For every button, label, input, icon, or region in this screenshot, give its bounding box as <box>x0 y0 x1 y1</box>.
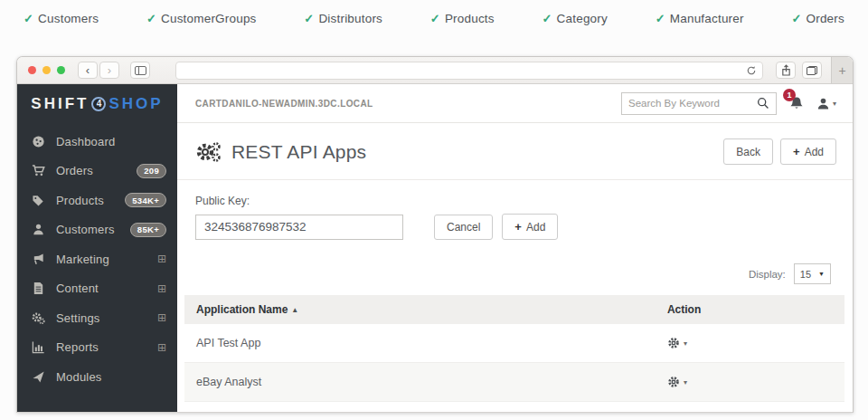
column-header-application-name[interactable]: Application Name ▲ <box>196 303 667 316</box>
cart-icon <box>31 164 46 177</box>
keyword-search-box[interactable] <box>621 92 777 115</box>
sidebar-item-dashboard[interactable]: Dashboard <box>17 127 177 157</box>
display-count-select[interactable]: 15 ▼ <box>794 263 831 284</box>
browser-back-button[interactable]: ‹ <box>78 62 98 79</box>
sidebar-item-orders[interactable]: Orders 209 <box>17 157 177 186</box>
logo-text-shop: SHOP <box>108 95 163 113</box>
service-label: Products <box>445 12 495 25</box>
check-icon: ✓ <box>656 12 665 25</box>
sidebar-item-label: Settings <box>56 311 100 325</box>
browser-forward-button[interactable]: › <box>99 62 119 79</box>
bar-chart-icon <box>31 340 46 354</box>
user-menu-button[interactable]: ▾ <box>816 97 836 110</box>
display-label: Display: <box>749 269 786 280</box>
sidebar-item-settings[interactable]: Settings ⊞ <box>17 303 177 333</box>
sidebar-item-marketing[interactable]: Marketing ⊞ <box>17 244 177 274</box>
browser-nav-buttons: ‹ › <box>78 62 119 79</box>
row-action-menu-button[interactable]: ▾ <box>667 337 833 349</box>
service-products: ✓ Products <box>430 12 495 25</box>
public-key-input[interactable] <box>195 215 403 240</box>
table-header: Application Name ▲ Action <box>184 295 844 324</box>
customers-count-badge: 85K+ <box>130 223 166 237</box>
rocket-icon <box>31 370 46 384</box>
chevron-down-icon: ▾ <box>684 339 687 348</box>
browser-share-button[interactable] <box>776 62 796 79</box>
check-icon: ✓ <box>146 12 156 25</box>
sidebar-item-label: Customers <box>56 223 115 236</box>
gears-icon <box>31 311 46 325</box>
browser-sidebar-toggle-button[interactable] <box>130 62 150 79</box>
sidebar-item-customers[interactable]: Customers 85K+ <box>17 215 177 245</box>
dashboard-icon <box>31 135 46 148</box>
person-icon <box>31 223 46 236</box>
form-add-button[interactable]: + Add <box>502 214 558 240</box>
public-key-form: Public Key: Cancel + Add <box>177 180 853 243</box>
document-icon <box>31 282 46 295</box>
chevron-down-icon: ▾ <box>684 378 687 387</box>
zoom-window-button[interactable] <box>57 66 65 74</box>
expand-icon[interactable]: ⊞ <box>157 253 166 264</box>
share-icon <box>781 64 791 76</box>
public-key-row: Cancel + Add <box>195 214 835 240</box>
logo-4-badge: 4 <box>91 97 106 111</box>
service-customers: ✓ Customers <box>24 12 99 25</box>
sidebar-item-label: Products <box>56 194 104 207</box>
sidebar-item-label: Marketing <box>56 253 109 266</box>
service-label: Category <box>557 12 608 25</box>
table-row: API Test App ▾ <box>184 324 844 363</box>
admin-top-header: CARTDANILO-NEWADMIN.3DC.LOCAL 1 <box>177 84 853 123</box>
page-title-row: REST API Apps Back + Add <box>177 123 853 180</box>
sidebar-item-content[interactable]: Content ⊞ <box>17 274 177 304</box>
sidebar-item-label: Dashboard <box>56 135 115 148</box>
orders-count-badge: 209 <box>137 164 166 178</box>
close-window-button[interactable] <box>28 66 36 74</box>
plus-icon: + <box>514 220 522 234</box>
service-manufacturer: ✓ Manufacturer <box>656 12 744 25</box>
browser-new-tab-button[interactable]: + <box>831 57 853 83</box>
notifications-button[interactable]: 1 <box>789 96 804 111</box>
browser-tabs-button[interactable] <box>802 62 822 79</box>
tags-icon <box>31 194 46 207</box>
sidebar-item-label: Modules <box>56 370 102 384</box>
column-label: Application Name <box>196 303 288 316</box>
service-label: Orders <box>807 12 844 25</box>
check-icon: ✓ <box>24 12 33 25</box>
search-icon[interactable] <box>757 97 769 110</box>
service-label: CustomerGroups <box>161 12 257 25</box>
services-status-bar: ✓ Customers ✓ CustomerGroups ✓ Distribut… <box>0 0 868 33</box>
form-add-button-label: Add <box>526 221 545 234</box>
header-actions: 1 ▾ <box>621 92 836 115</box>
reload-icon[interactable] <box>746 65 757 76</box>
expand-icon[interactable]: ⊞ <box>157 283 166 294</box>
check-icon: ✓ <box>542 12 552 25</box>
sidebar-item-products[interactable]: Products 534K+ <box>17 186 177 215</box>
browser-address-bar[interactable] <box>175 62 763 80</box>
add-button[interactable]: + Add <box>780 138 836 165</box>
expand-icon[interactable]: ⊞ <box>157 312 166 323</box>
caret-down-icon: ▼ <box>818 271 825 277</box>
notification-count-badge: 1 <box>783 89 796 101</box>
service-category: ✓ Category <box>542 12 607 25</box>
tabs-overview-icon <box>807 66 817 75</box>
service-orders: ✓ Orders <box>791 12 844 25</box>
sidebar-item-modules[interactable]: Modules <box>17 362 177 392</box>
cancel-button[interactable]: Cancel <box>434 215 493 240</box>
sidebar-item-label: Reports <box>56 340 99 354</box>
row-action-menu-button[interactable]: ▾ <box>667 376 833 388</box>
admin-sidebar: SHIFT 4 SHOP Dashboard <box>17 84 177 412</box>
user-icon <box>816 97 830 110</box>
service-label: Distributors <box>318 12 382 25</box>
back-button[interactable]: Back <box>723 138 773 165</box>
expand-icon[interactable]: ⊞ <box>157 342 166 353</box>
search-input[interactable] <box>628 98 757 109</box>
breadcrumb: CARTDANILO-NEWADMIN.3DC.LOCAL <box>195 99 373 109</box>
service-label: Customers <box>38 12 99 25</box>
minimize-window-button[interactable] <box>42 66 51 74</box>
add-button-label: Add <box>805 146 824 158</box>
plus-icon: + <box>838 63 845 78</box>
window-controls <box>28 66 65 74</box>
products-count-badge: 534K+ <box>125 193 166 207</box>
sidebar-toggle-icon <box>135 66 146 75</box>
sidebar-item-reports[interactable]: Reports ⊞ <box>17 333 177 363</box>
shift4shop-logo[interactable]: SHIFT 4 SHOP <box>17 84 177 123</box>
